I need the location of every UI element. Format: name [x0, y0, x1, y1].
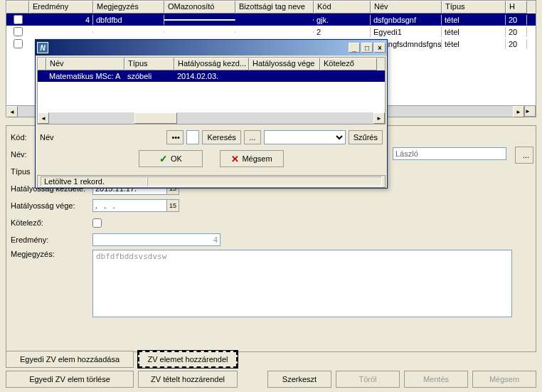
megj-textarea[interactable]: dbfdfbddsvsdvsw: [92, 250, 512, 317]
kotelezo-checkbox[interactable]: [92, 218, 102, 228]
dialog-actions: ✓ OK ✕ Mégsem: [36, 150, 387, 167]
check-icon: ✓: [159, 153, 168, 164]
cancel-button[interactable]: ✕ Mégsem: [220, 150, 284, 167]
close-icon[interactable]: ×: [374, 43, 386, 53]
col-kod[interactable]: Kód: [314, 1, 371, 14]
scroll-left-icon[interactable]: [38, 112, 49, 124]
x-icon: ✕: [231, 154, 239, 164]
dlg-col-vege[interactable]: Hatályosság vége: [249, 58, 320, 70]
kotelezo-label: Kötelező:: [11, 218, 92, 227]
col-eredmeny[interactable]: Eredmény: [29, 1, 93, 14]
scroll-left-icon[interactable]: [6, 106, 18, 117]
ellipsis-icon[interactable]: •••: [166, 130, 184, 144]
titlebar[interactable]: N _ □ ×: [36, 40, 387, 55]
zv-elemet-button[interactable]: ZV elemet hozzárendel: [138, 351, 238, 368]
table-row[interactable]: 4 dbfdfbd gjk. dsfgnbdsgnf tétel 20: [6, 14, 536, 26]
hatvege-input[interactable]: [92, 199, 167, 212]
bottom-toolbar: Egyedi ZV elem hozzáadása ZV elemet hozz…: [6, 351, 536, 388]
ok-button[interactable]: ✓ OK: [139, 150, 203, 167]
dialog-row[interactable]: Matematikus MSc: A szóbeli 2014.02.03.: [38, 70, 385, 82]
dlg-nev-label: Név: [40, 133, 68, 142]
dlg-col-nev[interactable]: Név: [46, 58, 124, 70]
name-field-visible[interactable]: [393, 147, 506, 160]
dialog-search-row: Név ••• Keresés ... Szűrés: [36, 126, 387, 149]
lookup-dialog: N _ □ × Név Típus Hatályosság kezd... Ha…: [35, 39, 388, 189]
eredmeny-label: Eredmény:: [11, 235, 92, 244]
col-h[interactable]: H: [506, 1, 527, 14]
col-megjegyzes[interactable]: Megjegyzés: [93, 1, 164, 14]
ellipsis-button[interactable]: ...: [515, 147, 533, 164]
col-checkbox[interactable]: [6, 1, 29, 14]
scroll-right-icon[interactable]: [513, 106, 524, 117]
table-row[interactable]: 2 Egyedi1 tétel 20: [6, 26, 536, 38]
row-checkbox[interactable]: [6, 15, 29, 24]
maximize-icon[interactable]: □: [361, 43, 373, 53]
szures-button[interactable]: Szűrés: [349, 130, 383, 144]
kereses-button[interactable]: Keresés: [202, 130, 240, 144]
scroll-right-icon[interactable]: [373, 112, 385, 124]
calendar-icon[interactable]: 15: [166, 199, 179, 212]
minimize-icon[interactable]: _: [349, 43, 360, 53]
eredmeny-input[interactable]: [92, 233, 220, 246]
dialog-grid: Név Típus Hatályosság kezd... Hatályossá…: [37, 57, 386, 125]
filter-combo[interactable]: [264, 130, 346, 144]
grid-header: Eredmény Megjegyzés OMazonosító Bizottsá…: [6, 1, 536, 14]
dialog-hscroll[interactable]: [38, 112, 385, 124]
app-icon: N: [37, 42, 48, 53]
col-tipus[interactable]: Típus: [442, 1, 506, 14]
row-checkbox[interactable]: [6, 39, 29, 48]
col-nev[interactable]: Név: [371, 1, 442, 14]
small-input[interactable]: [186, 130, 199, 144]
dlg-col-tipus[interactable]: Típus: [124, 58, 174, 70]
hatvege-label: Hatályosság vége:: [11, 201, 92, 210]
col-bizottsagi[interactable]: Bizottsági tag neve: [235, 1, 314, 14]
ellipsis-button[interactable]: ...: [244, 130, 261, 144]
col-omazonosito[interactable]: OMazonosító: [164, 1, 235, 14]
szerkeszt-button[interactable]: Szerkeszt: [267, 371, 331, 388]
torol-button[interactable]: Töröl: [336, 371, 400, 388]
egyedi-torles-button[interactable]: Egyedi ZV elem törlése: [6, 371, 134, 388]
scroll-thumb[interactable]: [134, 112, 177, 124]
row-checkbox[interactable]: [6, 27, 29, 36]
dlg-col-kot[interactable]: Kötelező: [320, 58, 377, 70]
megj-label: Megjegyzés:: [11, 250, 92, 258]
mentes-button[interactable]: Mentés: [404, 371, 468, 388]
dialog-status: Letöltve 1 rekord.: [37, 175, 386, 188]
zv-tetelt-button[interactable]: ZV tételt hozzárendel: [138, 371, 238, 388]
dlg-col-kezd[interactable]: Hatályosság kezd...: [174, 58, 249, 70]
egyedi-hozza-button[interactable]: Egyedi ZV elem hozzáadása: [6, 351, 134, 368]
megsem-button[interactable]: Mégsem: [472, 371, 536, 388]
scroll-right-end-icon[interactable]: [524, 105, 536, 117]
